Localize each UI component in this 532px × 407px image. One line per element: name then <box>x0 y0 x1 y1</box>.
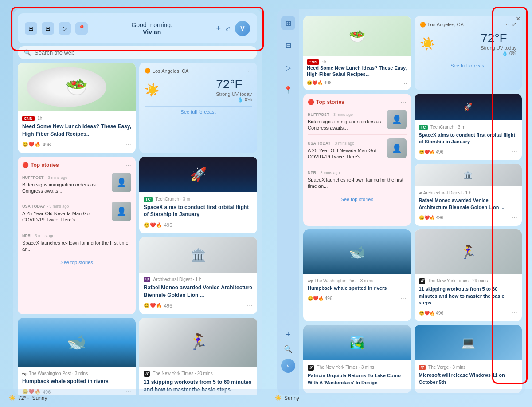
right-weather-forecast[interactable]: See full forecast <box>420 60 517 68</box>
right-panel: ⊞ ⊟ ▷ 📍 + 🔍 V ✕ 🥗 CNN 1h Need Some New L… <box>277 9 525 395</box>
story-thumb-1: 👤 <box>112 173 131 192</box>
spacex-image: 🚀 <box>139 157 257 192</box>
search-placeholder: Search the web <box>35 49 74 56</box>
home-icon[interactable]: ⊞ <box>25 22 37 35</box>
right-col: 🚀 TC TechCrunch · 3 m SpaceX aims to con… <box>139 157 257 314</box>
arch-more-button[interactable]: ··· <box>247 302 253 310</box>
weather-card[interactable]: 🟠 Los Angeles, CA ··· ☀️ 72°F Strong UV … <box>139 63 257 153</box>
taskbar-weather-left: ☀️ 72°F Sunny <box>9 395 47 401</box>
top-stories-header: 🔴 Top stories ··· <box>22 161 131 169</box>
header-bar: ⊞ ⊟ ▷ 📍 Good morning, Vivian + ⤢ V <box>18 13 257 43</box>
right-salad-more[interactable]: ··· <box>402 79 407 87</box>
lake-card[interactable]: 🏞️ 𝒯 The New York Times · 3 mins Patrici… <box>303 325 411 393</box>
right-weather-more[interactable]: ··· <box>505 22 509 27</box>
right-weather-icon: ☀️ <box>420 36 435 51</box>
right-arch-image: 🏛️ <box>415 164 522 186</box>
greeting-text: Good morning, Vivian <box>88 21 216 36</box>
tc-badge: TC <box>144 197 153 202</box>
avatar[interactable]: V <box>235 21 250 36</box>
windows-card[interactable]: 💻 ▽ The Verge · 3 mins Microsoft will re… <box>415 325 522 393</box>
story-source-1: HUFFPOST <box>22 175 44 180</box>
ad-badge: Ψ <box>144 277 150 282</box>
right-story-1[interactable]: HUFFPOST · 3 mins ago Biden signs immigr… <box>308 110 407 135</box>
search-bar[interactable]: 🔍 Search the web <box>18 46 257 59</box>
widgets-icon[interactable]: ⊟ <box>42 22 54 35</box>
right-arch-card[interactable]: 🏛️ Ψ Architectural Digest · 1 h Rafael M… <box>415 164 522 226</box>
right-whale-title: Humpback whale spotted in rivers <box>308 285 407 292</box>
weather-forecast-link[interactable]: See full forecast <box>145 106 252 115</box>
rocket-icon: 🚀 <box>190 166 207 182</box>
sidebar-media-icon[interactable]: ▷ <box>281 60 295 75</box>
sidebar-location-icon[interactable]: 📍 <box>281 83 295 97</box>
right-whale-more[interactable]: ··· <box>400 295 406 303</box>
sidebar-widgets-icon[interactable]: ⊟ <box>281 38 295 52</box>
right-top-stories: 🔴 Top stories ··· HUFFPOST · 3 mins ago … <box>303 94 411 226</box>
sidebar-home-icon[interactable]: ⊞ <box>281 16 295 30</box>
expand-button[interactable]: ⤢ <box>225 25 231 32</box>
right-weather-expand[interactable]: ⤢ <box>512 21 516 28</box>
whale-card[interactable]: 🐋 wp The Washington Post · 3 mins Humpba… <box>18 318 136 395</box>
right-whale-card[interactable]: 🐋 wp The Washington Post · 3 mins Humpba… <box>303 229 411 321</box>
spacex-card[interactable]: 🚀 TC TechCrunch · 3 m SpaceX aims to con… <box>139 157 257 234</box>
salad-more-button[interactable]: ··· <box>125 141 131 149</box>
spacex-more-button[interactable]: ··· <box>247 221 253 229</box>
story-item-1[interactable]: HUFFPOST · 3 mins ago Biden signs immigr… <box>22 173 131 198</box>
arch-card[interactable]: 🏛️ Ψ Architectural Digest · 1 h Rafael M… <box>139 237 257 314</box>
skip-card[interactable]: 🏃‍♀️ 𝒯 The New York Times · 20 mins 11 s… <box>139 318 257 395</box>
weather-more-button[interactable]: ··· <box>248 68 252 74</box>
salad-card[interactable]: CNN 1h Need Some New Lunch Ideas? These … <box>18 63 136 153</box>
right-salad-image: 🥗 <box>303 16 411 56</box>
right-salad-title: Need Some New Lunch Ideas? These Easy, H… <box>307 65 407 78</box>
close-button[interactable]: ✕ <box>516 15 521 22</box>
header-actions: + ⤢ V <box>216 21 250 36</box>
right-stories-more[interactable]: ··· <box>400 98 406 106</box>
right-see-stories-link[interactable]: See top stories <box>308 197 407 202</box>
story-text-1: HUFFPOST · 3 mins ago Biden signs immigr… <box>22 173 108 194</box>
right-second-row: 🔴 Top stories ··· HUFFPOST · 3 mins ago … <box>303 94 522 226</box>
add-button[interactable]: + <box>216 24 221 33</box>
right-skip-title: 11 skipping workouts from 5 to 60 minute… <box>419 286 518 306</box>
spacex-card-inner: TC TechCrunch · 3 m SpaceX aims to condu… <box>139 192 257 234</box>
right-main-content: ✕ 🥗 CNN 1h Need Some New Lunch Ideas? Th… <box>301 9 525 395</box>
top-stories-more-button[interactable]: ··· <box>125 161 131 169</box>
location-icon[interactable]: 📍 <box>75 22 88 35</box>
sidebar-search-icon[interactable]: 🔍 <box>284 345 293 353</box>
story-item-3[interactable]: NPR · 3 mins ago SpaceX launches re-flow… <box>22 231 131 257</box>
sidebar-add-button[interactable]: + <box>286 330 291 340</box>
taskbar-temp-left: 72°F <box>18 395 29 401</box>
story-source-2: USA TODAY <box>22 204 45 209</box>
right-story-2[interactable]: USA TODAY · 3 mins ago A 25-Year-Old Nev… <box>308 138 407 164</box>
right-spacex-card[interactable]: 🚀 TC TechCrunch · 3 m SpaceX aims to con… <box>415 94 522 161</box>
right-weather-location: 🟠 Los Angeles, CA ··· ⤢ <box>420 21 517 28</box>
right-weather-card[interactable]: 🟠 Los Angeles, CA ··· ⤢ ☀️ 72°F Strong U… <box>415 16 522 90</box>
weather-icon: ☀️ <box>145 83 160 97</box>
lake-image: 🏞️ <box>303 325 411 360</box>
right-spacex-more[interactable]: ··· <box>512 148 517 156</box>
story-headline-1: Biden signs immigration orders as Congre… <box>22 182 108 194</box>
spacex-title: SpaceX aims to conduct first orbital fli… <box>144 204 253 219</box>
username-text: Vivian <box>143 28 161 36</box>
story-item-2[interactable]: USA TODAY · 3 mins ago A 25-Year-Old Nev… <box>22 202 131 227</box>
right-arch-more[interactable]: ··· <box>512 213 517 221</box>
right-skip-more[interactable]: ··· <box>512 309 517 317</box>
right-skip-card[interactable]: 🏃‍♀️ 𝒯 The New York Times · 29 mins 11 s… <box>415 229 522 321</box>
media-icon[interactable]: ▷ <box>59 22 71 35</box>
weather-temperature: 72°F <box>216 77 242 91</box>
salad-source: CNN 1h <box>22 116 131 121</box>
right-arch-title: Rafael Moneo awarded Venice Architecture… <box>419 197 518 211</box>
taskbar-condition-right: Sunny <box>284 395 299 401</box>
weather-condition: Strong UV today 💧 0% <box>216 91 252 103</box>
sidebar-avatar[interactable]: V <box>281 359 295 373</box>
taskbar-sun-icon: ☀️ <box>9 395 16 401</box>
right-salad-source: CNN 1h <box>307 59 407 65</box>
right-salad-card[interactable]: 🥗 CNN 1h Need Some New Lunch Ideas? Thes… <box>303 16 411 90</box>
weather-details: 72°F Strong UV today 💧 0% <box>216 77 252 103</box>
taskbar-sun-icon-right: ☀️ <box>275 395 282 401</box>
see-top-stories-link[interactable]: See top stories <box>22 260 131 265</box>
windows-image: 💻 <box>415 325 522 360</box>
right-story-3[interactable]: NPR · 3 mins ago SpaceX launches re-flow… <box>308 168 407 194</box>
right-weather-temp: 72°F <box>481 31 507 45</box>
story-time-2: · 3 mins ago <box>47 204 69 209</box>
salad-footer: 😊❤️🔥 496 ··· <box>22 141 131 149</box>
third-row-grid: 🐋 wp The Washington Post · 3 mins Humpba… <box>18 318 257 395</box>
